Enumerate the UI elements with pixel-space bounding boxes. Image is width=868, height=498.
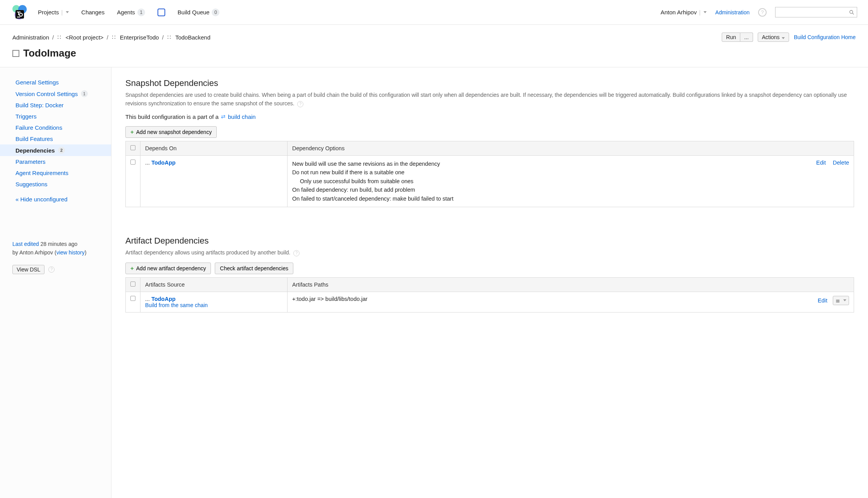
svg-point-7	[850, 10, 853, 13]
chevron-down-icon	[66, 11, 69, 13]
hide-unconfigured-link[interactable]: « Hide unconfigured	[15, 196, 67, 203]
build-config-home-link[interactable]: Build Configuration Home	[794, 34, 856, 40]
artifact-dep-row: ... TodoApp Build from the same chain Ed…	[126, 292, 854, 312]
row-checkbox[interactable]	[130, 296, 135, 301]
sidebar-item-parameters[interactable]: Parameters	[0, 156, 111, 167]
project-icon	[57, 35, 62, 39]
sidebar-item-label: Failure Conditions	[15, 124, 62, 131]
snapshot-deps-table: Depends On Dependency Options ... TodoAp…	[125, 141, 854, 207]
agents-count-badge: 1	[137, 9, 145, 16]
sidebar-item-version-control-settings[interactable]: Version Control Settings1	[0, 88, 111, 100]
project-icon	[167, 35, 171, 39]
page-title-row: TodoImage	[0, 45, 868, 67]
user-name: Anton Arhipov	[661, 9, 697, 15]
sidebar-item-general-settings[interactable]: General Settings	[0, 77, 111, 88]
sidebar-item-triggers[interactable]: Triggers	[0, 111, 111, 122]
build-chain-link[interactable]: build chain	[228, 113, 256, 120]
delete-snapshot-dep-link[interactable]: Delete	[833, 160, 849, 166]
select-all-checkbox[interactable]	[130, 282, 135, 287]
view-dsl-button[interactable]: View DSL	[12, 265, 45, 274]
th-artifacts-source: Artifacts Source	[140, 277, 288, 292]
snapshot-dep-row: ... TodoApp Edit Delete New build will u…	[126, 155, 854, 207]
artifact-options-dropdown[interactable]	[833, 296, 849, 305]
sidebar-item-suggestions[interactable]: Suggestions	[0, 179, 111, 190]
chevron-down-icon	[843, 299, 846, 301]
sidebar-item-failure-conditions[interactable]: Failure Conditions	[0, 122, 111, 133]
build-from-chain-link[interactable]: Build from the same chain	[145, 302, 208, 308]
last-edited-link[interactable]: Last edited	[12, 241, 39, 247]
sidebar-item-label: Dependencies	[15, 147, 55, 154]
run-button[interactable]: Run	[722, 33, 740, 42]
teamcity-logo[interactable]	[11, 4, 28, 21]
topbar: Projects | Changes Agents 1 Build Queue …	[0, 0, 868, 25]
user-menu[interactable]: Anton Arhipov |	[661, 9, 707, 15]
project-icon	[111, 35, 116, 39]
nav-projects[interactable]: Projects |	[38, 9, 69, 15]
nav-build-queue[interactable]: Build Queue 0	[178, 9, 220, 16]
sidebar-item-label: Parameters	[15, 158, 46, 165]
actions-dropdown[interactable]: Actions	[758, 33, 789, 42]
th-dependency-options: Dependency Options	[288, 141, 854, 155]
add-snapshot-dependency-button[interactable]: + Add new snapshot dependency	[125, 126, 217, 138]
artifact-source-link[interactable]: TodoApp	[151, 296, 176, 302]
sidebar-nav: General SettingsVersion Control Settings…	[0, 77, 111, 190]
svg-rect-6	[17, 17, 20, 17]
artifact-title: Artifact Dependencies	[125, 236, 854, 246]
th-depends-on: Depends On	[140, 141, 288, 155]
topnav: Projects | Changes Agents 1 Build Queue …	[38, 9, 219, 16]
sidebar-item-build-step-docker[interactable]: Build Step: Docker	[0, 100, 111, 111]
add-artifact-dependency-button[interactable]: + Add new artifact dependency	[125, 263, 211, 274]
sidebar-item-label: General Settings	[15, 79, 59, 86]
chain-icon: ⇄	[221, 113, 226, 120]
sidebar-item-dependencies[interactable]: Dependencies2	[0, 144, 111, 156]
help-icon[interactable]: ?	[48, 266, 55, 273]
sidebar-item-label: Triggers	[15, 113, 36, 120]
nav-changes[interactable]: Changes	[81, 9, 104, 15]
dependency-link[interactable]: TodoApp	[151, 160, 176, 166]
agent-status-button[interactable]	[158, 9, 165, 16]
subheader-actions: Run ... Actions Build Configuration Home	[722, 33, 856, 42]
select-all-checkbox[interactable]	[130, 145, 135, 150]
svg-line-8	[853, 13, 854, 14]
artifact-paths: +:todo.jar => build/libs/todo.jar	[292, 296, 368, 302]
sidebar-item-label: Build Features	[15, 136, 53, 142]
artifact-desc: Artifact dependency allows using artifac…	[125, 248, 854, 257]
help-icon[interactable]: ?	[758, 8, 767, 17]
nav-build-queue-label: Build Queue	[178, 9, 210, 15]
edit-artifact-dep-link[interactable]: Edit	[818, 297, 827, 304]
help-icon[interactable]: ?	[293, 250, 300, 256]
run-more-button[interactable]: ...	[740, 33, 753, 42]
nav-agents-label: Agents	[117, 9, 135, 15]
th-artifacts-paths: Artifacts Paths	[288, 277, 854, 292]
bc-backend[interactable]: TodoBackend	[175, 34, 211, 41]
nav-administration[interactable]: Administration	[715, 9, 750, 15]
sidebar-item-label: Agent Requirements	[15, 170, 68, 176]
check-artifact-deps-button[interactable]: Check artifact dependencies	[215, 263, 293, 274]
last-edited-time: 28 minutes ago	[40, 241, 77, 247]
edited-by: by Anton Arhipov (	[12, 249, 56, 256]
edit-snapshot-dep-link[interactable]: Edit	[816, 160, 826, 166]
svg-rect-5	[18, 12, 19, 15]
bc-root[interactable]: <Root project>	[65, 34, 103, 41]
artifact-deps-table: Artifacts Source Artifacts Paths ... Tod…	[125, 277, 854, 313]
sidebar-item-agent-requirements[interactable]: Agent Requirements	[0, 167, 111, 179]
help-icon[interactable]: ?	[297, 101, 303, 107]
snapshot-title: Snapshot Dependencies	[125, 78, 854, 88]
bc-admin[interactable]: Administration	[12, 34, 49, 41]
sidebar-item-build-features[interactable]: Build Features	[0, 133, 111, 144]
sidebar-item-badge: 2	[58, 147, 65, 154]
queue-count-badge: 0	[212, 9, 219, 16]
subheader: Administration / <Root project> / Enterp…	[0, 25, 868, 45]
layout: General SettingsVersion Control Settings…	[0, 67, 868, 498]
view-history-link[interactable]: view history	[56, 249, 85, 256]
row-checkbox[interactable]	[130, 160, 135, 165]
build-config-icon	[12, 50, 19, 57]
bc-enterprise[interactable]: EnterpriseTodo	[120, 34, 159, 41]
plus-icon: +	[130, 129, 134, 135]
plus-icon: +	[130, 265, 134, 271]
chevron-down-icon	[704, 11, 707, 13]
nav-agents[interactable]: Agents 1	[117, 9, 145, 16]
search-input[interactable]	[775, 7, 857, 17]
dependency-options: New build will use the same revisions as…	[292, 160, 849, 203]
last-edited-info: Last edited 28 minutes ago by Anton Arhi…	[0, 209, 111, 265]
